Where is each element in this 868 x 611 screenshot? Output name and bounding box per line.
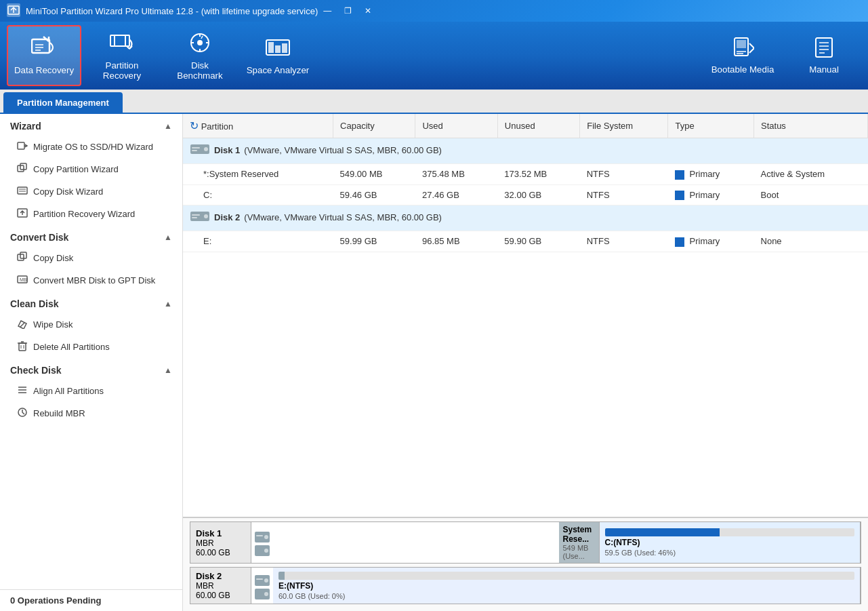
rebuild-icon xyxy=(17,407,28,420)
e-usage-bar-fill xyxy=(278,572,285,580)
svg-rect-21 xyxy=(737,40,746,48)
disk1-map-info: Disk 1 MBR 60.00 GB xyxy=(190,522,251,563)
sidebar-partition-recovery[interactable]: Partition Recovery Wizard xyxy=(0,203,182,225)
migrate-icon xyxy=(17,140,28,153)
section-clean-disk[interactable]: Clean Disk ▲ xyxy=(0,292,182,313)
refresh-button[interactable]: ↻ xyxy=(190,119,199,132)
sidebar-copy-disk-2[interactable]: Copy Disk xyxy=(0,247,182,269)
sidebar-align-partitions[interactable]: Align All Partitions xyxy=(0,380,182,402)
sidebar-delete-all[interactable]: Delete All Partitions xyxy=(0,336,182,358)
section-wizard[interactable]: Wizard ▲ xyxy=(0,114,182,136)
svg-point-10 xyxy=(197,40,203,45)
c-block-content: C:(NTFS) 59.5 GB (Used: 46%) xyxy=(605,528,855,557)
sidebar-rebuild-mbr[interactable]: Rebuild MBR xyxy=(0,402,182,425)
wipe-icon xyxy=(17,318,28,331)
c-usage-bar-fill xyxy=(605,528,720,536)
disk1-map-size: 60.00 GB xyxy=(196,548,245,557)
app-icon xyxy=(7,3,20,19)
toolbar-data-recovery[interactable]: Data Recovery xyxy=(7,25,81,86)
svg-point-68 xyxy=(264,592,268,596)
minimize-button[interactable]: — xyxy=(318,3,337,18)
svg-point-52 xyxy=(204,147,208,151)
system-reserved-capacity: 549.00 MB xyxy=(333,164,415,185)
svg-rect-58 xyxy=(192,217,197,218)
e-block-detail: 60.0 GB (Used: 0%) xyxy=(278,592,854,600)
section-check-disk[interactable]: Check Disk ▲ xyxy=(0,358,182,380)
svg-rect-57 xyxy=(192,214,200,216)
sidebar-copy-partition[interactable]: Copy Partition Wizard xyxy=(0,158,182,180)
tab-partition-management[interactable]: Partition Management xyxy=(3,92,123,113)
disk1-c-block[interactable]: C:(NTFS) 59.5 GB (Used: 46%) xyxy=(600,522,861,563)
system-reserved-unused: 173.52 MB xyxy=(497,164,579,185)
align-partitions-label: Align All Partitions xyxy=(33,386,104,396)
e-usage-bar-bg xyxy=(278,572,854,580)
svg-rect-17 xyxy=(268,42,274,53)
section-convert-disk[interactable]: Convert Disk ▲ xyxy=(0,225,182,247)
disk1-partitions-map: System Rese... 549 MB (Use... C:(NTFS) 5… xyxy=(559,522,861,563)
c-capacity: 59.46 GB xyxy=(333,184,415,205)
app-title: MiniTool Partition Wizard Pro Ultimate 1… xyxy=(26,6,318,16)
sidebar-migrate-os[interactable]: Migrate OS to SSD/HD Wizard xyxy=(0,136,182,158)
e-fs: NTFS xyxy=(580,231,668,252)
col-type: Type xyxy=(668,114,754,138)
disk2-desc: (VMware, VMware Virtual S SAS, MBR, 60.0… xyxy=(244,212,442,222)
toolbar-bootable-media[interactable]: Bootable Media xyxy=(705,25,780,86)
disk1-label: Disk 1 (VMware, VMware Virtual S SAS, MB… xyxy=(183,138,868,164)
c-block-name: C:(NTFS) xyxy=(605,538,855,547)
window-controls: — ❐ ✕ xyxy=(318,3,377,18)
manual-label: Manual xyxy=(809,64,839,75)
rebuild-mbr-label: Rebuild MBR xyxy=(33,408,85,418)
svg-rect-7 xyxy=(110,35,125,46)
col-partition: ↻ Partition xyxy=(183,114,333,138)
svg-rect-54 xyxy=(192,150,197,151)
toolbar-space-analyzer[interactable]: Space Analyzer xyxy=(241,25,315,86)
recovery-icon xyxy=(17,208,28,220)
col-used: Used xyxy=(415,114,497,138)
section-convert-label: Convert Disk xyxy=(10,232,68,243)
disk2-row[interactable]: Disk 2 (VMware, VMware Virtual S SAS, MB… xyxy=(183,205,868,231)
e-name: E: xyxy=(183,231,333,252)
section-wizard-label: Wizard xyxy=(10,121,41,132)
system-reserved-used: 375.48 MB xyxy=(415,164,497,185)
right-panel: ↻ Partition Capacity Used Unused File Sy… xyxy=(183,114,868,611)
e-drive-row[interactable]: E: 59.99 GB 96.85 MB 59.90 GB NTFS Prima… xyxy=(183,231,868,252)
toolbar-manual[interactable]: Manual xyxy=(787,25,861,86)
disk1-sysreserved-block[interactable]: System Rese... 549 MB (Use... xyxy=(559,522,600,563)
sidebar-wipe-disk[interactable]: Wipe Disk xyxy=(0,313,182,336)
system-reserved-name: *:System Reserved xyxy=(183,164,333,185)
partition-table-area: ↻ Partition Capacity Used Unused File Sy… xyxy=(183,114,868,517)
operations-pending: 0 Operations Pending xyxy=(0,589,182,611)
c-drive-row[interactable]: C: 59.46 GB 27.46 GB 32.00 GB NTFS Prima… xyxy=(183,184,868,205)
sidebar-convert-mbr-gpt[interactable]: MBR Convert MBR Disk to GPT Disk xyxy=(0,269,182,292)
sysreserved-block-detail: 549 MB (Use... xyxy=(563,544,595,560)
svg-rect-18 xyxy=(275,45,281,53)
e-primary-badge xyxy=(675,237,684,247)
disk2-partitions-map: E:(NTFS) 60.0 GB (Used: 0%) xyxy=(273,568,861,604)
disk1-map-icon xyxy=(251,522,559,563)
e-type: Primary xyxy=(668,231,754,252)
svg-rect-19 xyxy=(282,43,287,53)
disk2-e-block[interactable]: E:(NTFS) 60.0 GB (Used: 0%) xyxy=(273,568,861,604)
disk1-drive-icon xyxy=(254,529,270,559)
close-button[interactable]: ✕ xyxy=(358,3,377,18)
svg-rect-33 xyxy=(18,187,27,194)
toolbar-right: Bootable Media Manual xyxy=(705,25,861,86)
c-type: Primary xyxy=(668,184,754,205)
disk-icon xyxy=(190,143,210,157)
disk2-map-info: Disk 2 MBR 60.00 GB xyxy=(190,568,251,604)
bootable-media-label: Bootable Media xyxy=(711,64,774,75)
toolbar-partition-recovery[interactable]: Partition Recovery xyxy=(85,25,159,86)
col-filesystem: File System xyxy=(580,114,668,138)
restore-button[interactable]: ❐ xyxy=(338,3,357,18)
disk2-label: Disk 2 (VMware, VMware Virtual S SAS, MB… xyxy=(183,205,868,231)
data-recovery-icon xyxy=(31,36,57,61)
system-reserved-row[interactable]: *:System Reserved 549.00 MB 375.48 MB 17… xyxy=(183,164,868,185)
partition-recovery-icon xyxy=(109,31,135,56)
toolbar-disk-benchmark[interactable]: Disk Benchmark xyxy=(163,25,237,86)
sidebar-copy-disk[interactable]: Copy Disk Wizard xyxy=(0,180,182,203)
disk2-map-row: Disk 2 MBR 60.00 GB xyxy=(190,567,861,604)
sysreserved-block-name: System Rese... xyxy=(563,525,595,544)
wizard-chevron: ▲ xyxy=(164,121,172,131)
svg-point-65 xyxy=(264,578,268,583)
disk1-row[interactable]: Disk 1 (VMware, VMware Virtual S SAS, MB… xyxy=(183,138,868,164)
